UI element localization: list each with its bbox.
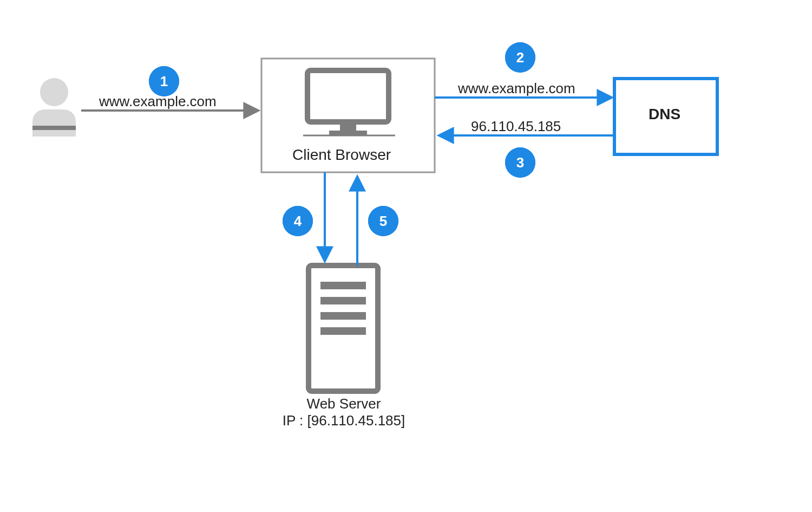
arrow3-label: 96.110.45.185 [471,118,561,135]
dns-label: DNS [649,106,680,123]
svg-rect-14 [320,327,366,335]
svg-rect-1 [32,126,76,130]
diagram-canvas: Client Browser DNS www.example.com www.e… [0,0,812,512]
user-icon [32,78,76,137]
step-badge-2: 2 [505,42,535,73]
svg-rect-12 [320,297,366,304]
web-server-ip: IP : [96.110.45.185] [263,412,425,429]
step-badge-3: 3 [505,147,535,178]
svg-rect-2 [32,130,76,137]
svg-point-3 [40,78,68,106]
arrow2-label: www.example.com [458,80,575,97]
web-server-title: Web Server [263,396,425,412]
step-badge-5: 5 [368,206,398,236]
client-browser-label: Client Browser [292,146,391,164]
arrow1-label: www.example.com [99,93,217,110]
web-server-labels: Web Server IP : [96.110.45.185] [263,396,425,429]
step-badge-4: 4 [283,206,313,236]
svg-rect-13 [320,312,366,320]
step-badge-1: 1 [149,66,179,96]
svg-rect-6 [340,122,356,131]
svg-rect-11 [320,282,366,289]
diagram-svg [0,0,812,512]
web-server-icon [309,265,378,391]
